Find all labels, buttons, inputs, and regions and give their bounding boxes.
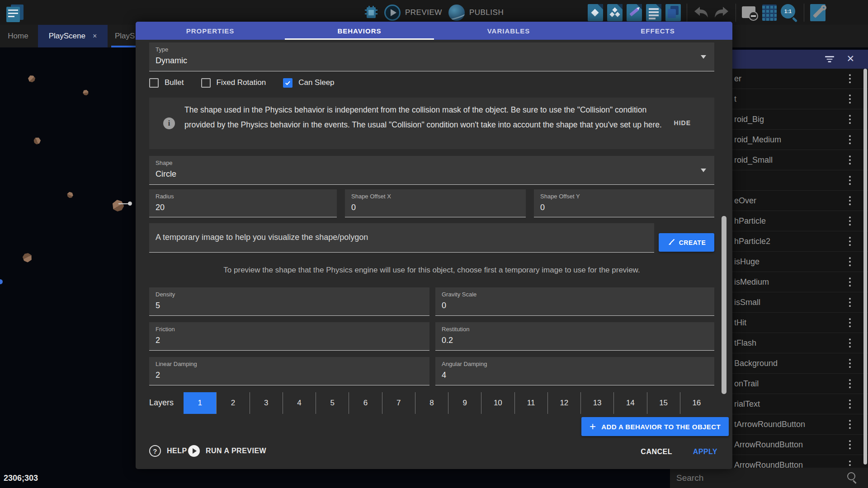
tab-variables[interactable]: VARIABLES (434, 22, 583, 40)
kebab-menu-icon[interactable] (849, 154, 851, 166)
kebab-menu-icon[interactable] (849, 215, 851, 227)
linear-damping-field[interactable]: Linear Damping 2 (149, 357, 429, 385)
dialog-scrollbar[interactable] (722, 216, 726, 394)
kebab-menu-icon[interactable] (849, 357, 851, 370)
gravity-scale-field[interactable]: Gravity Scale 0 (435, 287, 714, 316)
asteroid-sprite[interactable] (82, 89, 90, 97)
layer-button-11[interactable]: 11 (514, 392, 547, 414)
preview-play-icon (384, 5, 401, 21)
fixed-rotation-checkbox[interactable]: Fixed Rotation (201, 78, 266, 88)
apply-button[interactable]: APPLY (693, 448, 717, 456)
radius-field[interactable]: Radius 20 (149, 189, 337, 217)
cancel-button[interactable]: CANCEL (641, 448, 672, 456)
run-tools: PREVIEW PUBLISH (364, 4, 504, 22)
close-tab-icon[interactable]: × (93, 32, 97, 40)
info-text: The shape used in the Physics behavior i… (184, 103, 668, 132)
kebab-menu-icon[interactable] (849, 194, 851, 207)
shape-offset-x-field[interactable]: Shape Offset X 0 (345, 189, 526, 217)
layer-button-2[interactable]: 2 (216, 392, 249, 414)
layer-button-15[interactable]: 15 (647, 392, 680, 414)
layer-button-8[interactable]: 8 (415, 392, 448, 414)
layer-button-3[interactable]: 3 (250, 392, 283, 414)
layers-panel-icon[interactable] (665, 4, 681, 21)
kebab-menu-icon[interactable] (849, 316, 851, 329)
kebab-menu-icon[interactable] (849, 418, 851, 431)
preview-button[interactable]: PREVIEW (384, 5, 442, 21)
chevron-down-icon (701, 55, 706, 61)
filter-icon[interactable] (825, 56, 834, 62)
settings-wrench-icon[interactable] (810, 4, 826, 21)
asteroid-sprite[interactable] (28, 75, 35, 82)
bullet-checkbox[interactable]: Bullet (149, 78, 184, 88)
asteroid-sprite[interactable] (66, 191, 74, 199)
kebab-menu-icon[interactable] (849, 438, 851, 451)
tab-properties[interactable]: PROPERTIES (136, 22, 285, 40)
kebab-menu-icon[interactable] (849, 235, 851, 248)
tab-effects[interactable]: EFFECTS (583, 22, 732, 40)
layer-button-9[interactable]: 9 (448, 392, 481, 414)
asteroid-sprite[interactable] (33, 136, 42, 145)
panel-close-icon[interactable]: ✕ (846, 53, 854, 64)
help-button[interactable]: ? HELP (149, 445, 187, 457)
zoom-1-1-icon[interactable]: 1:1 (781, 4, 798, 21)
tab-home[interactable]: Home (0, 25, 36, 47)
run-preview-button[interactable]: RUN A PREVIEW (188, 445, 266, 457)
kebab-menu-icon[interactable] (849, 377, 851, 390)
density-field[interactable]: Density 5 (149, 287, 429, 316)
shape-offset-y-field[interactable]: Shape Offset Y 0 (534, 189, 714, 217)
selection-handle-dot[interactable] (128, 202, 132, 206)
layer-button-1[interactable]: 1 (184, 392, 216, 414)
asteroid-sprite[interactable] (21, 252, 33, 263)
type-select[interactable]: Type Dynamic (149, 42, 714, 71)
layer-button-12[interactable]: 12 (547, 392, 580, 414)
kebab-menu-icon[interactable] (849, 296, 851, 309)
publish-button[interactable]: PUBLISH (448, 5, 504, 21)
mask-icon[interactable] (742, 5, 758, 20)
physics-flags: Bullet Fixed Rotation Can Sleep (149, 77, 335, 89)
layer-button-6[interactable]: 6 (349, 392, 382, 414)
tab-behaviors[interactable]: BEHAVIORS (285, 22, 434, 40)
sidebar-scrollbar[interactable] (863, 69, 867, 465)
kebab-menu-icon[interactable] (849, 133, 851, 146)
kebab-menu-icon[interactable] (849, 113, 851, 126)
asteroid-sprite-selected[interactable] (111, 199, 125, 213)
hide-button[interactable]: HIDE (674, 119, 691, 127)
project-manager-icon[interactable] (6, 5, 24, 23)
debug-icon[interactable] (364, 6, 378, 19)
friction-field[interactable]: Friction 2 (149, 322, 429, 351)
layer-button-16[interactable]: 16 (680, 392, 713, 414)
create-button[interactable]: CREATE (659, 233, 714, 252)
add-behavior-button[interactable]: + ADD A BEHAVIOR TO THE OBJECT (581, 417, 729, 436)
kebab-menu-icon[interactable] (849, 174, 851, 187)
undo-icon[interactable] (693, 5, 709, 20)
objects-panel-icon[interactable] (588, 4, 603, 21)
layer-button-14[interactable]: 14 (613, 392, 646, 414)
layer-button-13[interactable]: 13 (580, 392, 613, 414)
kebab-menu-icon[interactable] (849, 398, 851, 410)
kebab-menu-icon[interactable] (849, 276, 851, 288)
instances-list-icon[interactable] (646, 4, 661, 21)
kebab-menu-icon[interactable] (849, 72, 851, 85)
kebab-menu-icon[interactable] (849, 337, 851, 349)
grid-icon[interactable] (762, 5, 777, 21)
layer-button-7[interactable]: 7 (382, 392, 415, 414)
kebab-menu-icon[interactable] (849, 255, 851, 268)
shape-select[interactable]: Shape Circle (149, 156, 714, 185)
layer-button-5[interactable]: 5 (316, 392, 349, 414)
restitution-field[interactable]: Restitution 0.2 (435, 322, 714, 351)
temp-image-field[interactable]: A temporary image to help you visualize … (149, 223, 654, 253)
object-groups-icon[interactable] (607, 4, 623, 21)
kebab-menu-icon[interactable] (849, 93, 851, 105)
search-input[interactable] (675, 470, 831, 486)
brush-icon (667, 239, 675, 246)
play-icon (188, 445, 200, 457)
publish-label: PUBLISH (469, 8, 504, 17)
tab-playscene[interactable]: PlayScene × (38, 25, 108, 47)
instances-edit-icon[interactable] (627, 4, 642, 21)
can-sleep-checkbox[interactable]: Can Sleep (283, 78, 334, 88)
layer-button-10[interactable]: 10 (481, 392, 514, 414)
physics-behavior-dialog: PROPERTIES BEHAVIORS VARIABLES EFFECTS T… (136, 22, 732, 469)
redo-icon[interactable] (713, 5, 730, 20)
angular-damping-field[interactable]: Angular Damping 4 (435, 357, 714, 385)
layer-button-4[interactable]: 4 (283, 392, 316, 414)
